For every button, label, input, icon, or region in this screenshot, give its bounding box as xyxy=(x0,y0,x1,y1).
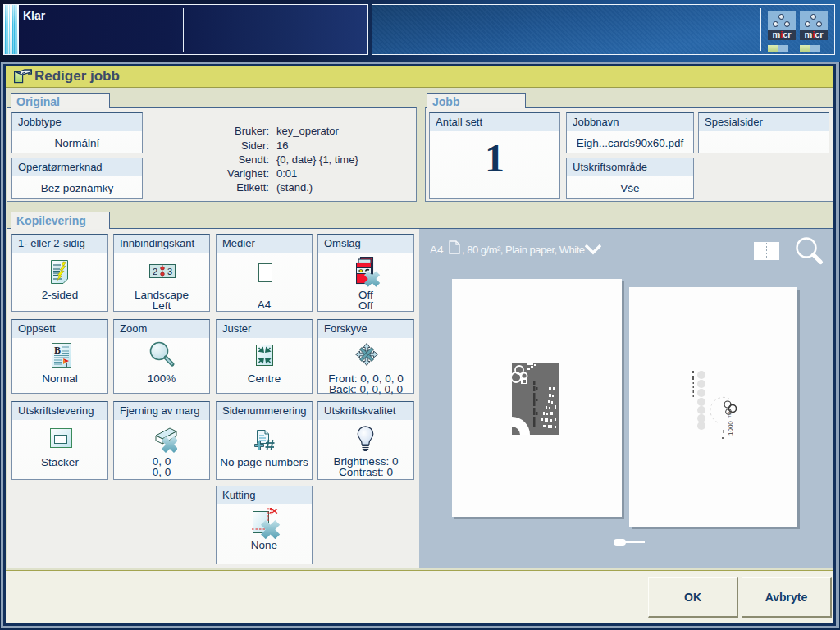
svg-text:3: 3 xyxy=(167,267,172,276)
svg-text:1000: 1000 xyxy=(727,421,734,436)
svg-text:B: B xyxy=(54,345,61,356)
svg-text:2: 2 xyxy=(153,267,158,276)
svg-text:mg: mg xyxy=(727,412,732,418)
